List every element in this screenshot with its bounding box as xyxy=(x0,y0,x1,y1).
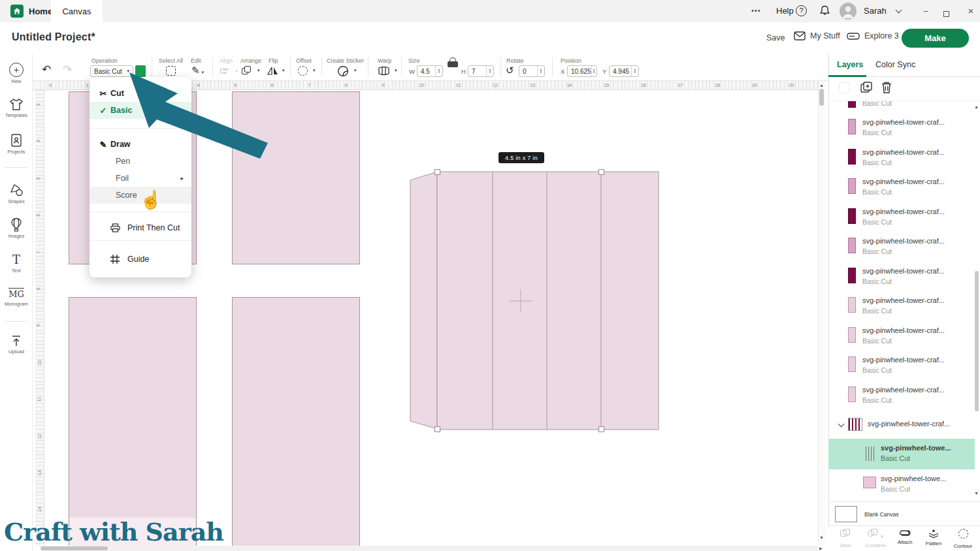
help-icon[interactable]: ? xyxy=(796,5,807,16)
slice-button: Slice xyxy=(831,529,860,548)
y-input[interactable]: 4.945 ▲▼ xyxy=(609,65,639,77)
flatten-button[interactable]: Flatten xyxy=(919,529,948,546)
explore-machine-button[interactable]: Explore 3 xyxy=(847,31,899,40)
rotate-stepper[interactable]: ▲▼ xyxy=(537,66,544,76)
layers-scroll-up-icon[interactable]: ▲ xyxy=(974,104,979,109)
operation-color-swatch[interactable] xyxy=(135,65,146,77)
sidebar-item-shapes[interactable]: Shapes xyxy=(0,183,33,204)
redo-button[interactable]: ↷ xyxy=(63,63,72,76)
help-label[interactable]: Help xyxy=(776,6,794,16)
layer-row[interactable]: svg-pinwheel-towe... Basic Cut xyxy=(828,471,975,501)
layers-scroll-thumb[interactable] xyxy=(975,271,979,411)
canvas-shape-rect[interactable] xyxy=(232,297,360,551)
user-chevron-down-icon[interactable] xyxy=(896,7,902,14)
menu-item-foil[interactable]: Foil ▸ xyxy=(90,170,191,187)
window-minimize-button[interactable]: – xyxy=(920,6,932,16)
layer-row[interactable]: svg-pinwheel-tower-craf...Basic Cut xyxy=(828,206,975,236)
sidebar-item-templates[interactable]: Templates xyxy=(0,98,33,118)
edit-pencil-icon[interactable]: ✎▾ xyxy=(191,65,204,76)
layer-group-row[interactable]: svg-pinwheel-tower-craf... xyxy=(828,417,975,435)
x-stepper[interactable]: ▲▼ xyxy=(591,66,596,76)
selection-handle-bottom-right[interactable] xyxy=(598,426,604,432)
more-menu-icon[interactable]: ••• xyxy=(751,7,761,14)
scissors-icon: ✂ xyxy=(96,89,110,99)
canvas-hscroll-thumb[interactable] xyxy=(41,546,108,550)
undo-button[interactable]: ↶ xyxy=(42,63,51,76)
y-stepper[interactable]: ▲▼ xyxy=(631,66,638,76)
scroll-up-icon[interactable]: ▲ xyxy=(819,83,824,87)
menu-item-basic[interactable]: ✓ Basic xyxy=(90,102,191,119)
h-ruler-number: 17 xyxy=(678,82,683,88)
guide-icon xyxy=(110,255,125,264)
scroll-right-icon[interactable]: ▶ xyxy=(819,546,823,550)
rotate-icon[interactable]: ↺ xyxy=(506,65,514,76)
h-ruler-number: 7 xyxy=(308,82,310,88)
make-button[interactable]: Make xyxy=(902,29,969,48)
sidebar-item-upload[interactable]: Upload xyxy=(0,334,33,354)
tab-layers[interactable]: Layers xyxy=(837,60,863,69)
selected-shape[interactable] xyxy=(402,163,663,434)
layer-row[interactable]: svg-pinwheel-tower-craf...Basic Cut xyxy=(828,266,975,295)
sidebar-item-new[interactable]: + New xyxy=(0,63,33,84)
attach-button[interactable]: Attach xyxy=(890,529,919,545)
user-name[interactable]: Sarah xyxy=(864,6,887,16)
height-input[interactable]: 7 ▲▼ xyxy=(468,65,494,77)
arrange-button[interactable] xyxy=(242,66,252,75)
menu-item-cut[interactable]: ✂ Cut xyxy=(90,85,191,102)
x-input[interactable]: 10.625 ▲▼ xyxy=(567,65,597,77)
menu-item-print-then-cut[interactable]: Print Then Cut xyxy=(90,219,191,236)
canvas-shape-rect[interactable] xyxy=(69,297,197,551)
notifications-bell-icon[interactable] xyxy=(819,5,831,17)
h-ruler-number: 4 xyxy=(197,82,199,88)
width-stepper[interactable]: ▲▼ xyxy=(435,66,442,76)
layer-row[interactable]: svg-pinwheel-tower-craf...Basic Cut xyxy=(828,147,975,176)
v-ruler-number: 13 xyxy=(37,470,42,475)
canvas-shape-rect[interactable] xyxy=(232,91,360,264)
sidebar-item-projects[interactable]: Projects xyxy=(0,133,33,155)
page-title: Untitled Project* xyxy=(12,31,95,43)
window-maximize-button[interactable] xyxy=(943,8,949,20)
user-avatar[interactable] xyxy=(840,3,857,20)
canvas-tab[interactable]: Canvas xyxy=(51,0,103,22)
window-close-button[interactable]: × xyxy=(965,5,977,16)
layer-row-selected[interactable]: svg-pinwheel-towe... Basic Cut xyxy=(828,439,975,469)
tab-color-sync[interactable]: Color Sync xyxy=(875,60,915,69)
layer-row[interactable]: svg-pinwheel-tower-craf...Basic Cut xyxy=(828,354,975,384)
layer-row[interactable]: svg-pinwheel-tower-craf...Basic Cut xyxy=(828,325,975,354)
layer-row[interactable]: svg-pinwheel-tower-craf...Basic Cut xyxy=(828,117,975,146)
offset-button[interactable] xyxy=(298,66,308,76)
scroll-down-icon[interactable]: ▼ xyxy=(819,535,824,540)
layer-row[interactable]: svg-pinwheel-tower-craf...Basic Cut xyxy=(828,236,975,265)
warp-button[interactable] xyxy=(378,66,390,76)
canvas-horizontal-scrollbar[interactable] xyxy=(41,546,818,551)
selection-handle-bottom-left[interactable] xyxy=(434,426,440,432)
layer-row[interactable]: svg-pinwheel-tower-craf...Basic Cut xyxy=(828,295,975,324)
blank-canvas-row[interactable]: Blank Canvas xyxy=(828,501,980,526)
layer-row[interactable]: svg-pinwheel-tower-craf...Basic Cut xyxy=(828,176,975,206)
delete-button[interactable] xyxy=(881,81,892,94)
selection-handle-top-right[interactable] xyxy=(598,169,604,175)
width-input[interactable]: 4.5 ▲▼ xyxy=(417,65,443,77)
canvas-vscroll-thumb[interactable] xyxy=(819,89,824,106)
save-button[interactable]: Save xyxy=(766,33,785,42)
operation-dropdown[interactable]: Basic Cut ▾ xyxy=(90,65,133,77)
layers-scroll-down-icon[interactable]: ▼ xyxy=(974,491,979,496)
sidebar-item-monogram[interactable]: MG Monogram xyxy=(0,288,33,307)
canvas-vertical-scrollbar[interactable] xyxy=(818,81,825,544)
rotate-input[interactable]: 0 ▲▼ xyxy=(519,65,545,77)
menu-item-pen[interactable]: Pen xyxy=(90,153,191,170)
selection-handle-top-left[interactable] xyxy=(434,169,440,175)
my-stuff-button[interactable]: My Stuff xyxy=(794,31,840,40)
select-all-button[interactable] xyxy=(166,66,176,76)
layer-row[interactable]: svg-pinwheel-tower-craf...Basic Cut xyxy=(828,385,975,414)
duplicate-button[interactable] xyxy=(860,81,873,94)
menu-item-guide[interactable]: Guide xyxy=(90,251,191,268)
menu-item-draw[interactable]: ✎ Draw xyxy=(90,136,191,153)
flip-button[interactable] xyxy=(267,66,278,76)
sidebar-item-text[interactable]: T Text xyxy=(0,253,33,274)
sidebar-item-images[interactable]: Images xyxy=(0,217,33,239)
vertical-ruler: 34567891011121314 xyxy=(35,90,44,546)
contour-button[interactable]: Contour xyxy=(949,529,977,549)
create-sticker-button[interactable] xyxy=(337,65,349,77)
height-stepper[interactable]: ▲▼ xyxy=(486,66,493,76)
